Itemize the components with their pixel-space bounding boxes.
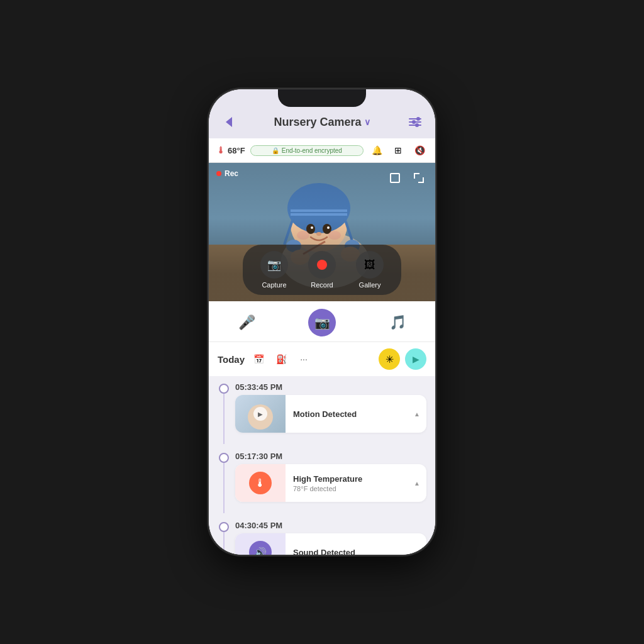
slider-line-3	[409, 125, 421, 126]
event-right: 05:33:45 PM ▶ Motion Detected ▲	[235, 382, 426, 433]
capture-icon: 📷	[267, 258, 281, 272]
phone-screen: Nursery Camera ∨ 🌡 68°F	[209, 89, 435, 555]
video-container: Rec 📷 Capt	[209, 163, 435, 301]
event-line	[223, 463, 225, 513]
slider-line-1	[409, 118, 421, 119]
encryption-text: End-to-end encrypted	[282, 147, 342, 154]
event-time: 05:17:30 PM	[235, 452, 426, 461]
event-info: Sound Detected	[286, 543, 414, 555]
event-right: 04:30:45 PM 🔊 Sound Detected ▲	[235, 521, 426, 555]
camera-button[interactable]: 📷	[308, 309, 336, 336]
temperature-display: 🌡 68°F	[216, 145, 245, 155]
event-title: Motion Detected	[293, 409, 406, 419]
calendar-filter-button[interactable]: 📅	[250, 350, 267, 368]
fullscreen-icon	[414, 173, 424, 183]
event-arrow-icon: ▲	[414, 549, 426, 555]
status-bar: 🌡 68°F 🔒 End-to-end encrypted 🔔 ⊞ 🔇	[209, 138, 435, 163]
event-title: High Temperature	[293, 474, 406, 484]
event-info: Motion Detected	[286, 404, 414, 424]
record-button[interactable]: Record	[303, 251, 341, 289]
sliders-icon	[409, 118, 421, 126]
event-dot-icon	[219, 384, 229, 394]
event-item: 05:17:30 PM 🌡 High Temperature 78°F dete…	[209, 448, 435, 517]
event-card-motion[interactable]: ▶ Motion Detected ▲	[235, 395, 426, 433]
pip-icon	[390, 173, 400, 183]
music-icon: 🎵	[389, 314, 406, 331]
mute-button[interactable]: 🔇	[411, 142, 428, 158]
record-dot-icon	[317, 260, 327, 270]
fullscreen-button[interactable]	[410, 169, 428, 187]
video-top-controls	[386, 169, 428, 187]
event-right: 05:17:30 PM 🌡 High Temperature 78°F dete…	[235, 452, 426, 502]
event-dot-icon	[219, 453, 229, 463]
event-card-temp[interactable]: 🌡 High Temperature 78°F detected ▲	[235, 464, 426, 502]
event-thumbnail-sound: 🔊	[235, 533, 286, 555]
screen-content: Nursery Camera ∨ 🌡 68°F	[209, 89, 435, 555]
event-line	[223, 394, 225, 444]
event-title: Sound Detected	[293, 548, 406, 555]
thermometer-icon: 🌡	[216, 145, 225, 155]
microphone-icon: 🎤	[238, 314, 255, 331]
event-timeline-col	[218, 521, 230, 555]
event-thumbnail-temp: 🌡	[235, 464, 286, 502]
event-item: 04:30:45 PM 🔊 Sound Detected ▲	[209, 517, 435, 555]
gallery-icon-circle: 🖼	[356, 251, 384, 279]
event-thumbnail-motion: ▶	[235, 395, 286, 433]
header-title: Nursery Camera ∨	[274, 116, 370, 129]
today-label: Today	[218, 354, 245, 365]
events-list: 05:33:45 PM ▶ Motion Detected ▲	[209, 376, 435, 555]
gallery-label: Gallery	[359, 281, 381, 289]
page-title: Nursery Camera	[274, 116, 361, 129]
back-button[interactable]	[219, 112, 239, 132]
sound-alert-icon: 🔊	[249, 541, 272, 555]
back-chevron-icon	[226, 117, 232, 127]
capture-label: Capture	[262, 281, 286, 289]
event-info: High Temperature 78°F detected	[286, 469, 414, 497]
bottom-controls: 🎤 📷 🎵	[209, 301, 435, 342]
settings-button[interactable]	[405, 112, 425, 132]
slider-line-2	[409, 121, 421, 123]
microphone-button[interactable]: 🎤	[233, 309, 260, 336]
event-timeline-col	[218, 452, 230, 513]
event-time: 04:30:45 PM	[235, 521, 426, 530]
gallery-icon: 🖼	[364, 258, 375, 272]
timeline-header: Today 📅 ⛽ ··· ✳ ▶	[209, 342, 435, 376]
record-icon-circle	[308, 251, 336, 279]
phone-shell: Nursery Camera ∨ 🌡 68°F	[209, 89, 435, 555]
capture-icon-circle: 📷	[260, 251, 288, 279]
event-line	[223, 532, 225, 555]
grid-button[interactable]: ⊞	[390, 142, 406, 158]
event-time: 05:33:45 PM	[235, 382, 426, 392]
play-all-button[interactable]: ▶	[405, 348, 426, 370]
event-subtitle: 78°F detected	[293, 485, 406, 492]
rec-dot-icon	[216, 171, 221, 176]
sun-mode-button[interactable]: ✳	[379, 348, 400, 370]
encryption-badge: 🔒 End-to-end encrypted	[250, 145, 364, 156]
gallery-button[interactable]: 🖼 Gallery	[351, 251, 389, 289]
event-arrow-icon: ▲	[414, 411, 426, 418]
capture-button[interactable]: 📷 Capture	[255, 251, 293, 289]
temperature-value: 68°F	[228, 146, 245, 155]
event-item: 05:33:45 PM ▶ Motion Detected ▲	[209, 379, 435, 448]
camera-icon: 📷	[314, 315, 330, 330]
event-timeline-col	[218, 382, 230, 444]
temp-alert-icon: 🌡	[249, 472, 272, 494]
event-card-sound[interactable]: 🔊 Sound Detected ▲	[235, 533, 426, 555]
rec-badge: Rec	[216, 169, 238, 178]
status-icons: 🔔 ⊞ 🔇	[369, 142, 428, 158]
more-button[interactable]: ···	[295, 350, 313, 368]
filter-button[interactable]: ⛽	[272, 350, 290, 368]
video-actions: 📷 Capture Record 🖼 Galle	[243, 245, 401, 295]
lock-icon: 🔒	[272, 147, 279, 154]
record-label: Record	[311, 281, 333, 289]
event-dot-icon	[219, 522, 229, 532]
event-arrow-icon: ▲	[414, 480, 426, 487]
bell-button[interactable]: 🔔	[369, 142, 385, 158]
pip-button[interactable]	[386, 169, 404, 187]
notch	[278, 89, 366, 107]
rec-label: Rec	[225, 169, 238, 178]
thumb-play-icon: ▶	[253, 407, 267, 421]
title-dropdown-icon[interactable]: ∨	[364, 117, 370, 127]
music-button[interactable]: 🎵	[384, 309, 411, 336]
timeline-right-controls: ✳ ▶	[379, 348, 426, 370]
